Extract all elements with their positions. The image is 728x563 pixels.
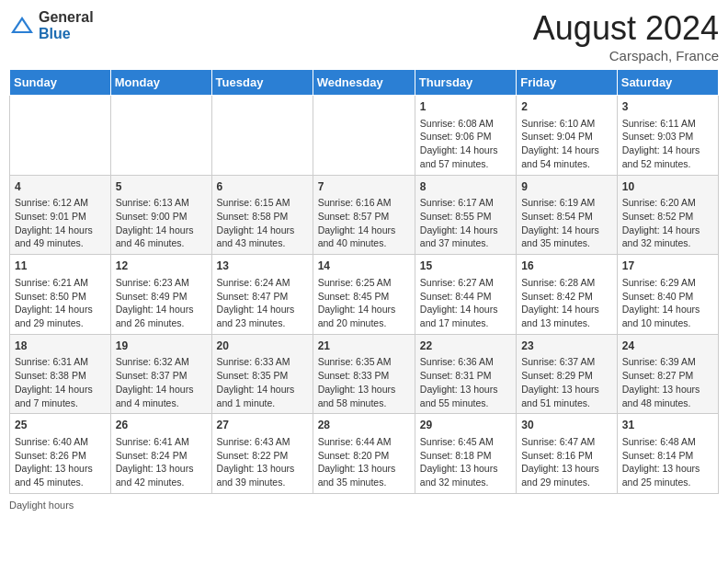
day-info: Daylight: 14 hours and 46 minutes. <box>116 224 207 250</box>
title-block: August 2024 Carspach, France <box>533 9 719 63</box>
day-info: Sunset: 9:04 PM <box>521 130 612 144</box>
day-number: 4 <box>15 179 106 195</box>
day-info: Sunrise: 6:17 AM <box>420 196 511 210</box>
day-number: 28 <box>318 418 410 433</box>
calendar-week-1: 4Sunrise: 6:12 AMSunset: 9:01 PMDaylight… <box>10 175 719 255</box>
day-number: 29 <box>420 418 511 433</box>
day-info: Daylight: 13 hours and 51 minutes. <box>521 383 612 409</box>
day-info: Sunset: 9:03 PM <box>622 130 713 144</box>
day-number: 21 <box>318 339 410 354</box>
day-info: Daylight: 14 hours and 57 minutes. <box>420 144 511 170</box>
day-info: Daylight: 14 hours and 32 minutes. <box>622 224 713 250</box>
day-info: Sunrise: 6:29 AM <box>622 276 713 290</box>
day-header-thursday: Thursday <box>415 70 516 96</box>
day-info: Sunset: 8:20 PM <box>318 449 410 463</box>
day-info: Daylight: 13 hours and 45 minutes. <box>15 462 106 488</box>
day-header-monday: Monday <box>110 70 211 96</box>
day-info: Sunrise: 6:36 AM <box>420 355 511 369</box>
day-number: 16 <box>521 259 612 274</box>
calendar-cell: 5Sunrise: 6:13 AMSunset: 9:00 PMDaylight… <box>110 175 211 255</box>
day-info: Sunset: 8:49 PM <box>116 290 207 304</box>
day-info: Daylight: 13 hours and 32 minutes. <box>420 462 511 488</box>
day-number: 9 <box>521 179 612 195</box>
day-info: Daylight: 14 hours and 23 minutes. <box>217 303 308 329</box>
day-number: 3 <box>622 99 713 115</box>
calendar-week-2: 11Sunrise: 6:21 AMSunset: 8:50 PMDayligh… <box>10 255 719 335</box>
day-info: Sunset: 9:01 PM <box>15 210 106 224</box>
day-info: Sunset: 9:06 PM <box>420 130 511 144</box>
day-info: Daylight: 14 hours and 54 minutes. <box>521 144 612 170</box>
day-info: Sunrise: 6:08 AM <box>420 117 511 131</box>
day-info: Sunset: 8:45 PM <box>318 290 410 304</box>
calendar-cell: 27Sunrise: 6:43 AMSunset: 8:22 PMDayligh… <box>211 414 313 494</box>
calendar-cell: 18Sunrise: 6:31 AMSunset: 8:38 PMDayligh… <box>10 334 111 414</box>
day-info: Sunset: 8:35 PM <box>217 369 308 383</box>
day-info: Sunset: 8:33 PM <box>318 369 410 383</box>
calendar-cell: 10Sunrise: 6:20 AMSunset: 8:52 PMDayligh… <box>617 175 718 255</box>
day-info: Sunset: 8:40 PM <box>622 290 713 304</box>
calendar-cell: 15Sunrise: 6:27 AMSunset: 8:44 PMDayligh… <box>415 255 516 335</box>
day-number: 10 <box>622 179 713 195</box>
day-number: 6 <box>217 179 308 195</box>
day-info: Sunrise: 6:35 AM <box>318 355 410 369</box>
day-info: Sunrise: 6:33 AM <box>217 355 308 369</box>
day-info: Daylight: 14 hours and 29 minutes. <box>15 303 106 329</box>
day-number: 13 <box>217 259 308 274</box>
day-info: Sunrise: 6:39 AM <box>622 355 713 369</box>
calendar-cell: 2Sunrise: 6:10 AMSunset: 9:04 PMDaylight… <box>517 96 618 176</box>
calendar-cell: 3Sunrise: 6:11 AMSunset: 9:03 PMDaylight… <box>617 96 718 176</box>
day-info: Daylight: 14 hours and 43 minutes. <box>217 224 308 250</box>
day-info: Sunset: 8:38 PM <box>15 369 106 383</box>
day-info: Sunrise: 6:27 AM <box>420 276 511 290</box>
day-header-wednesday: Wednesday <box>313 70 415 96</box>
calendar-body: 1Sunrise: 6:08 AMSunset: 9:06 PMDaylight… <box>10 96 719 494</box>
calendar-cell: 14Sunrise: 6:25 AMSunset: 8:45 PMDayligh… <box>313 255 415 335</box>
day-number: 30 <box>521 418 612 433</box>
day-info: Sunset: 8:31 PM <box>420 369 511 383</box>
calendar-cell: 29Sunrise: 6:45 AMSunset: 8:18 PMDayligh… <box>415 414 516 494</box>
day-number: 18 <box>15 339 106 354</box>
day-number: 22 <box>420 339 511 354</box>
day-info: Daylight: 14 hours and 10 minutes. <box>622 303 713 329</box>
day-info: Sunrise: 6:31 AM <box>15 355 106 369</box>
calendar-cell: 1Sunrise: 6:08 AMSunset: 9:06 PMDaylight… <box>415 96 516 176</box>
day-number: 5 <box>116 179 207 195</box>
day-info: Daylight: 14 hours and 35 minutes. <box>521 224 612 250</box>
day-info: Sunset: 8:55 PM <box>420 210 511 224</box>
day-number: 15 <box>420 259 511 274</box>
day-info: Sunset: 8:37 PM <box>116 369 207 383</box>
daylight-label: Daylight hours <box>9 500 74 511</box>
day-info: Sunset: 8:42 PM <box>521 290 612 304</box>
logo-blue: Blue <box>39 26 71 41</box>
calendar-cell: 13Sunrise: 6:24 AMSunset: 8:47 PMDayligh… <box>211 255 313 335</box>
day-number: 26 <box>116 418 207 433</box>
day-info: Daylight: 14 hours and 37 minutes. <box>420 224 511 250</box>
location-title: Carspach, France <box>533 48 719 63</box>
day-info: Sunset: 8:54 PM <box>521 210 612 224</box>
day-number: 12 <box>116 259 207 274</box>
day-info: Sunset: 8:47 PM <box>217 290 308 304</box>
calendar-cell: 17Sunrise: 6:29 AMSunset: 8:40 PMDayligh… <box>617 255 718 335</box>
day-info: Daylight: 14 hours and 7 minutes. <box>15 383 106 409</box>
day-info: Sunrise: 6:47 AM <box>521 435 612 449</box>
day-info: Sunrise: 6:19 AM <box>521 196 612 210</box>
calendar-cell: 6Sunrise: 6:15 AMSunset: 8:58 PMDaylight… <box>211 175 313 255</box>
day-info: Sunset: 8:27 PM <box>622 369 713 383</box>
day-info: Sunset: 8:24 PM <box>116 449 207 463</box>
header-row: SundayMondayTuesdayWednesdayThursdayFrid… <box>10 70 719 96</box>
day-info: Sunset: 8:52 PM <box>622 210 713 224</box>
day-info: Sunrise: 6:21 AM <box>15 276 106 290</box>
day-number: 31 <box>622 418 713 433</box>
calendar-cell: 20Sunrise: 6:33 AMSunset: 8:35 PMDayligh… <box>211 334 313 414</box>
calendar-cell: 30Sunrise: 6:47 AMSunset: 8:16 PMDayligh… <box>517 414 618 494</box>
day-info: Sunset: 8:18 PM <box>420 449 511 463</box>
day-number: 11 <box>15 259 106 274</box>
calendar-cell: 12Sunrise: 6:23 AMSunset: 8:49 PMDayligh… <box>110 255 211 335</box>
day-info: Daylight: 14 hours and 4 minutes. <box>116 383 207 409</box>
day-number: 25 <box>15 418 106 433</box>
day-info: Sunrise: 6:41 AM <box>116 435 207 449</box>
day-number: 17 <box>622 259 713 274</box>
calendar-cell: 19Sunrise: 6:32 AMSunset: 8:37 PMDayligh… <box>110 334 211 414</box>
day-info: Sunrise: 6:11 AM <box>622 117 713 131</box>
footer: Daylight hours <box>9 500 719 511</box>
